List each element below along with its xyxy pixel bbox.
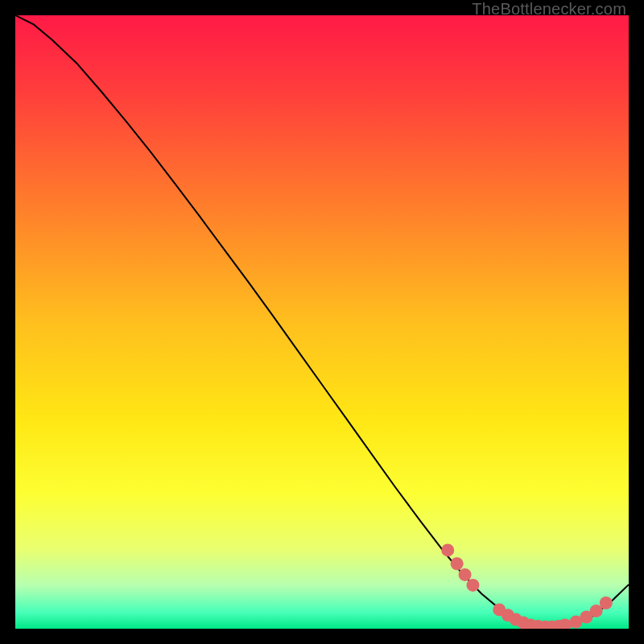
marker-dot — [459, 568, 472, 581]
chart-background — [15, 15, 629, 629]
marker-dot — [441, 543, 454, 556]
chart-svg — [15, 15, 629, 629]
marker-dot — [466, 579, 479, 592]
marker-dot — [600, 597, 613, 609]
watermark-text: TheBottlenecker.com — [472, 0, 626, 19]
marker-dot — [451, 557, 464, 570]
chart-frame — [15, 15, 629, 629]
